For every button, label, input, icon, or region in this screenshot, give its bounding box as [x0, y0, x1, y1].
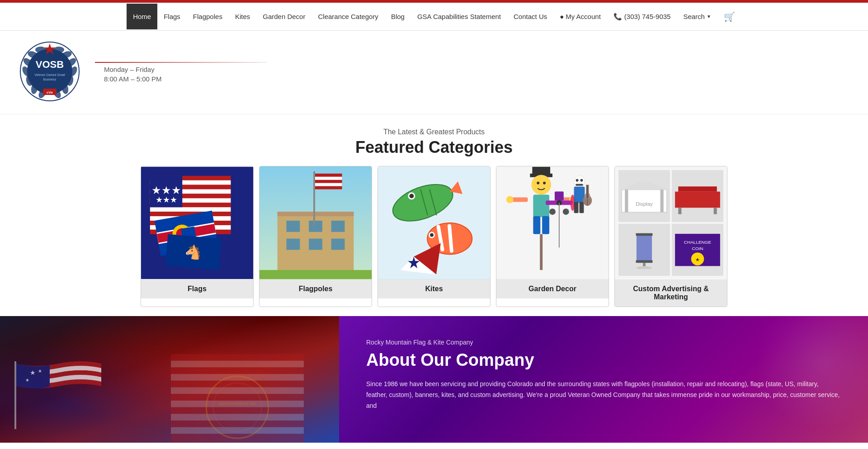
svg-rect-55: [309, 239, 322, 250]
svg-text:CHALLENGE: CHALLENGE: [684, 239, 712, 244]
nav-item-flagpoles[interactable]: Flagpoles: [187, 4, 229, 29]
custom-advertising-image: Display: [615, 166, 727, 279]
nav-item-gsa[interactable]: GSA Capabilities Statement: [411, 4, 507, 29]
chevron-down-icon: ▼: [707, 14, 711, 19]
hours-bar-divider: [95, 62, 267, 63]
main-navigation: Home Flags Flagpoles Kites Garden Decor …: [0, 3, 868, 31]
svg-rect-94: [555, 192, 564, 201]
svg-point-102: [580, 179, 583, 182]
svg-rect-106: [580, 202, 584, 213]
phone-icon: 📞: [613, 13, 622, 21]
svg-point-75: [430, 233, 434, 237]
svg-rect-132: [171, 361, 304, 368]
svg-rect-139: [171, 407, 304, 414]
svg-rect-52: [309, 221, 322, 232]
svg-point-84: [543, 182, 546, 184]
svg-point-90: [506, 196, 514, 203]
svg-point-101: [576, 179, 579, 182]
svg-text:★: ★: [25, 378, 29, 383]
cart-icon: 🛒: [724, 12, 735, 22]
adv-item-4: CHALLENGE COIN ★: [672, 224, 723, 276]
svg-rect-103: [576, 184, 583, 186]
nav-item-my-account[interactable]: ● My Account: [553, 4, 607, 29]
nav-item-blog[interactable]: Blog: [385, 4, 411, 29]
svg-text:Business: Business: [43, 78, 57, 81]
svg-point-66: [409, 194, 414, 199]
svg-point-124: [637, 266, 652, 269]
business-time: 8:00 AM – 5:00 PM: [104, 75, 267, 83]
svg-rect-113: [625, 189, 628, 212]
categories-grid: ★★★ ★★★: [18, 166, 850, 307]
svg-rect-105: [574, 202, 579, 213]
adv-item-1: Display: [618, 170, 670, 222]
svg-rect-81: [532, 167, 550, 176]
svg-point-83: [537, 182, 539, 184]
category-card-custom-advertising[interactable]: Display: [614, 166, 727, 307]
flags-image: ★★★ ★★★: [141, 166, 253, 279]
flagpoles-image: [259, 166, 372, 279]
custom-advertising-label: Custom Advertising & Marketing: [615, 279, 727, 307]
nav-item-flags[interactable]: Flags: [157, 4, 187, 29]
nav-item-cart[interactable]: 🛒: [717, 2, 741, 31]
svg-rect-92: [540, 234, 542, 270]
flags-label: Flags: [141, 279, 253, 298]
nav-item-contact[interactable]: Contact Us: [507, 4, 553, 29]
category-card-kites[interactable]: Kites: [377, 166, 491, 307]
nav-item-search[interactable]: Search ▼: [677, 4, 717, 29]
svg-rect-114: [660, 189, 664, 212]
category-card-flagpoles[interactable]: Flagpoles: [259, 166, 372, 307]
business-days: Monday – Friday: [104, 66, 267, 73]
svg-rect-57: [313, 171, 315, 225]
category-card-garden-decor[interactable]: Garden Decor: [496, 166, 609, 307]
flagpoles-label: Flagpoles: [259, 279, 372, 298]
svg-point-15: [27, 49, 72, 94]
svg-rect-133: [171, 367, 304, 374]
svg-rect-137: [171, 394, 304, 401]
svg-rect-50: [278, 212, 354, 216]
svg-text:★: ★: [695, 257, 700, 262]
svg-rect-117: [675, 192, 720, 208]
category-card-flags[interactable]: ★★★ ★★★: [141, 166, 254, 307]
logo[interactable]: VOSB Veteran Owned Small Business cVe: [18, 40, 81, 105]
company-name-label: Rocky Mountain Flag & Kite Company: [366, 339, 841, 346]
svg-marker-112: [622, 180, 667, 189]
nav-item-kites[interactable]: Kites: [229, 4, 256, 29]
svg-rect-135: [171, 381, 304, 388]
svg-rect-53: [331, 221, 345, 232]
svg-rect-85: [533, 195, 549, 217]
kites-image: [378, 166, 490, 279]
svg-rect-121: [636, 233, 652, 236]
nav-item-clearance[interactable]: Clearance Category: [311, 4, 384, 29]
svg-point-98: [563, 208, 569, 215]
svg-rect-141: [171, 421, 304, 427]
svg-text:★: ★: [38, 369, 42, 373]
svg-rect-87: [542, 216, 549, 234]
svg-point-82: [531, 175, 551, 195]
bottom-section: DEPARTMENT OF ★ ★ ★ Rocky Mount: [0, 316, 868, 443]
svg-rect-119: [714, 208, 717, 214]
svg-text:cVe: cVe: [47, 90, 53, 95]
svg-rect-120: [637, 234, 652, 261]
svg-rect-56: [331, 239, 345, 250]
svg-rect-147: [14, 361, 16, 429]
user-icon: ●: [560, 13, 564, 20]
nav-item-phone[interactable]: 📞 (303) 745-9035: [607, 4, 677, 30]
nav-item-garden-decor[interactable]: Garden Decor: [256, 4, 311, 29]
business-hours: Monday – Friday 8:00 AM – 5:00 PM: [95, 62, 267, 83]
svg-text:Veteran Owned Small: Veteran Owned Small: [34, 73, 65, 76]
svg-rect-86: [533, 216, 540, 234]
vosb-logo-svg: VOSB Veteran Owned Small Business cVe: [18, 40, 81, 103]
about-section: Rocky Mountain Flag & Kite Company About…: [339, 316, 868, 443]
featured-section: The Latest & Greatest Products Featured …: [0, 114, 868, 316]
nav-item-home[interactable]: Home: [127, 4, 157, 29]
svg-rect-30: [150, 207, 231, 212]
hours-details: Monday – Friday 8:00 AM – 5:00 PM: [104, 66, 267, 83]
svg-text:DEPARTMENT OF: DEPARTMENT OF: [219, 401, 256, 406]
svg-rect-59: [315, 177, 342, 180]
garden-decor-image: [496, 166, 609, 279]
svg-point-97: [549, 208, 556, 215]
svg-rect-79: [496, 167, 609, 279]
svg-text:★★★: ★★★: [151, 184, 181, 196]
svg-text:🐴: 🐴: [184, 243, 203, 261]
svg-rect-58: [315, 174, 342, 189]
